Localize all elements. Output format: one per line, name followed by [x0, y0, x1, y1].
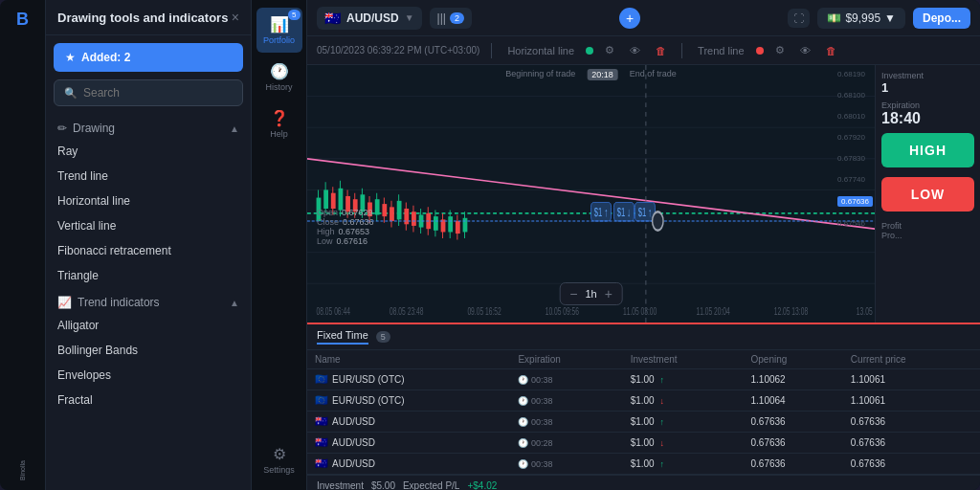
- pencil-icon: ✏: [57, 122, 67, 135]
- category-trend-indicators[interactable]: 📈 Trend indicators ▲: [46, 288, 251, 313]
- close-icon[interactable]: ×: [232, 10, 239, 25]
- row4-opening: 0.67636: [744, 433, 843, 454]
- row4-flag: 🇦🇺: [315, 436, 328, 449]
- col-current: Current price: [843, 350, 980, 369]
- col-investment: Investment: [623, 350, 744, 369]
- col-name: Name: [307, 350, 510, 369]
- sidebar-item-settings[interactable]: ⚙ Settings: [256, 437, 302, 482]
- timeframe-plus[interactable]: +: [605, 286, 612, 301]
- brand-name: Binolla: [19, 460, 26, 480]
- row4-current: 0.67636: [843, 433, 980, 454]
- high-ohlc-value: 0.67653: [339, 227, 370, 236]
- svg-text:10.05 09:56: 10.05 09:56: [546, 305, 579, 317]
- search-input[interactable]: [83, 86, 233, 100]
- row1-invest: $1.00 ↑: [631, 374, 664, 385]
- open-value: 0.67629: [342, 208, 373, 217]
- tool-triangle[interactable]: Triangle: [46, 263, 251, 288]
- top-bar: 🇦🇺 AUD/USD ▼ ||| 2 + ⛶ 💵 $9,995 ▼ Depo..…: [307, 0, 980, 36]
- row5-flag: 🇦🇺: [315, 457, 328, 470]
- svg-text:13.05: 13.05: [857, 305, 873, 317]
- tool-alligator[interactable]: Alligator: [46, 313, 251, 338]
- table-row[interactable]: 🇦🇺AUD/USD 🕐 00:28 $1.00 ↓ 0.67636 0.6763…: [307, 433, 980, 454]
- row1-name: EUR/USD (OTC): [332, 374, 405, 385]
- brand-sidebar: B Binolla: [0, 0, 46, 490]
- row4-invest: $1.00 ↓: [631, 437, 664, 448]
- h-line-delete-icon[interactable]: 🗑: [652, 43, 670, 58]
- chart-area[interactable]: Beginning of trade 20:18 End of trade: [307, 65, 875, 323]
- chart-timestamp: 05/10/2023 06:39:22 PM (UTC+03:00): [317, 43, 479, 57]
- beginning-label: Beginning of trade: [505, 69, 575, 80]
- profit-value: Pro...: [881, 231, 974, 240]
- right-panel: Investment 1 Expiration 18:40 HIGH LOW P…: [875, 65, 980, 323]
- indicators-button[interactable]: ||| 2: [430, 8, 472, 29]
- star-icon: ★: [65, 51, 76, 64]
- svg-text:$1 ↑: $1 ↑: [638, 205, 652, 219]
- positions-table: Name Expiration Investment Opening Curre…: [307, 350, 980, 475]
- svg-rect-41: [434, 216, 438, 231]
- price-level-8: 0.67546: [837, 219, 873, 228]
- t-line-visible-icon[interactable]: 👁: [796, 43, 814, 58]
- price-level-1: 0.68190: [837, 70, 873, 78]
- tool-bollinger[interactable]: Bollinger Bands: [46, 338, 251, 363]
- tool-horizontal-line[interactable]: Horizontal line: [46, 189, 251, 213]
- table-row[interactable]: 🇦🇺AUD/USD 🕐 00:38 $1.00 ↑ 0.67636 0.6763…: [307, 454, 980, 475]
- expand-button[interactable]: ⛶: [788, 9, 810, 28]
- timeframe-controls: − 1h +: [559, 282, 623, 305]
- expiration-section: Expiration 18:40: [881, 100, 974, 127]
- category-drawing[interactable]: ✏ Drawing ▲: [46, 114, 251, 139]
- nav-sidebar: 📊 Portfolio 5 🕐 History ❓ Help ⚙ Setting…: [252, 0, 307, 490]
- sidebar-item-help[interactable]: ❓ Help: [256, 101, 302, 146]
- t-line-edit-icon[interactable]: ⚙: [771, 42, 789, 58]
- pair-selector[interactable]: 🇦🇺 AUD/USD ▼: [317, 7, 422, 30]
- svg-rect-45: [448, 216, 453, 232]
- row2-invest: $1.00 ↓: [631, 395, 664, 406]
- svg-point-59: [653, 212, 663, 231]
- low-button[interactable]: LOW: [881, 177, 974, 212]
- tool-fractal[interactable]: Fractal: [46, 388, 251, 412]
- row2-name: EUR/USD (OTC): [332, 395, 405, 406]
- wallet-icon: 💵: [827, 11, 841, 25]
- high-button[interactable]: HIGH: [881, 133, 974, 167]
- h-line-edit-icon[interactable]: ⚙: [601, 42, 618, 58]
- t-line-delete-icon[interactable]: 🗑: [822, 43, 840, 58]
- balance-button[interactable]: 💵 $9,995 ▼: [817, 8, 905, 29]
- row5-name: AUD/USD: [332, 458, 375, 469]
- settings-icon: ⚙: [273, 445, 286, 463]
- svg-text:08.05 23:48: 08.05 23:48: [390, 305, 423, 317]
- svg-rect-49: [463, 218, 468, 233]
- portfolio-icon: 📊: [270, 15, 289, 33]
- row3-expiry: 🕐 00:38: [518, 417, 552, 427]
- sidebar-item-history[interactable]: 🕐 History: [256, 55, 302, 100]
- tools-header: Drawing tools and indicators ×: [46, 0, 251, 35]
- help-icon: ❓: [270, 109, 289, 127]
- investment-section: Investment 1: [881, 71, 974, 95]
- tool-fibonacci[interactable]: Fibonacci retracement: [46, 238, 251, 263]
- svg-rect-31: [397, 201, 402, 220]
- add-chart-button[interactable]: +: [619, 8, 640, 29]
- table-row[interactable]: 🇪🇺EUR/USD (OTC) 🕐 00:38 $1.00 ↓ 1.10064 …: [307, 390, 980, 412]
- svg-text:08.05 06:44: 08.05 06:44: [317, 305, 350, 317]
- table-row[interactable]: 🇦🇺AUD/USD 🕐 00:38 $1.00 ↑ 0.67636 0.6763…: [307, 412, 980, 433]
- expiration-value: 18:40: [881, 110, 974, 127]
- tool-envelopes[interactable]: Envelopes: [46, 363, 251, 388]
- search-icon: 🔍: [64, 87, 78, 100]
- svg-rect-33: [404, 209, 409, 224]
- t-line-dot-red: [756, 47, 764, 55]
- chevron-up-icon-2: ▲: [230, 298, 239, 308]
- timeframe-minus[interactable]: −: [569, 286, 577, 301]
- table-row[interactable]: 🇪🇺EUR/USD (OTC) 🕐 00:38 $1.00 ↑ 1.10062 …: [307, 369, 980, 390]
- added-badge-button[interactable]: ★ Added: 2: [54, 43, 243, 72]
- profit-section: Profit Pro...: [881, 221, 974, 240]
- tool-ray[interactable]: Ray: [46, 139, 251, 164]
- history-label: History: [265, 82, 292, 92]
- price-level-6: 0.67740: [837, 175, 873, 184]
- row5-opening: 0.67636: [744, 454, 843, 475]
- tool-trend-line[interactable]: Trend line: [46, 164, 251, 189]
- tool-vertical-line[interactable]: Vertical line: [46, 213, 251, 238]
- price-level-5: 0.67830: [837, 154, 873, 163]
- footer-invest-label: Investment: [317, 480, 364, 490]
- tab-fixed-time[interactable]: Fixed Time: [317, 329, 368, 345]
- deposit-button[interactable]: Depo...: [913, 8, 970, 29]
- h-line-visible-icon[interactable]: 👁: [626, 43, 644, 58]
- row2-current: 1.10061: [843, 390, 980, 412]
